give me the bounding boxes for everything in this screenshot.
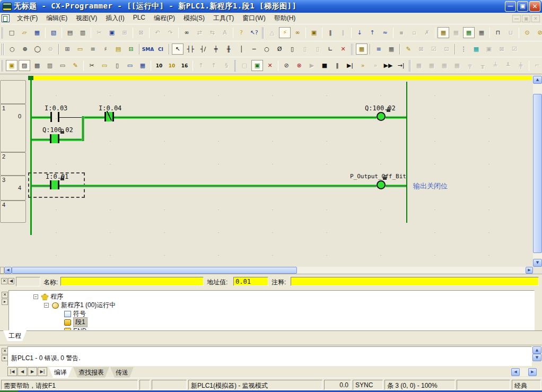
grid-button[interactable]: ⊞ [62,43,73,55]
contact-nc-button[interactable]: ┤/ [197,43,209,55]
scroll-right-button[interactable]: ▶ [526,267,533,274]
output-hscroll-track[interactable] [520,368,528,376]
section-list-button[interactable]: ▯ [111,60,123,71]
close-button[interactable]: ✕ [529,1,540,12]
scroll-left-button[interactable]: ◀ [4,267,12,274]
menu-item-view[interactable]: 视图(V) [72,12,101,24]
watch-monitor-button[interactable]: ▦ [470,43,482,55]
tab-nav-button-0[interactable]: |◀ [7,367,17,376]
close-project-panel-button[interactable]: ✕ [2,292,8,298]
contact-no-energized[interactable] [50,134,59,143]
menu-item-plc[interactable]: PLC [129,12,150,24]
tree-node-new-program-1[interactable]: −新程序1 (00)运行中 [44,301,116,309]
tab-transfer[interactable]: 传送 [110,367,134,378]
tree-node-end[interactable]: END [64,327,86,330]
differential-monitor-button[interactable]: ⊓ [492,27,504,38]
zoom-fit-button[interactable]: ○ [6,43,18,55]
tab-nav-button-3[interactable]: ▶| [38,367,47,376]
print-button[interactable]: ▤ [64,27,76,38]
toolbar-drag-handle[interactable] [2,60,4,72]
transfer-from-plc-button[interactable]: ↑ [366,27,378,38]
force-release-button[interactable]: ⊘ [534,27,542,38]
rung-margin-cell[interactable]: 10 [0,104,26,152]
output-coil-energized[interactable] [377,180,386,189]
or-contact-nc-button[interactable]: ╫ [223,43,234,55]
contact-nc-energized[interactable] [104,112,114,121]
scan-run-button[interactable]: →| [395,60,407,71]
tree-expand-toggle[interactable]: − [33,294,38,299]
select-button[interactable]: ↖ [172,43,183,55]
pane-split-handle[interactable] [0,267,4,274]
rung-margin-cell[interactable]: 2 [0,152,26,176]
auto-online-button[interactable]: ∞ [292,27,303,38]
ladder-editor[interactable]: 102344 I:0.03 I:0.04 Q:100.02 Q:100.02 I… [0,74,542,274]
rung-comment-2-button[interactable]: ▭ [99,60,110,71]
watch-window-button[interactable]: ▦ [463,27,475,38]
menu-item-program[interactable]: 编程(P) [150,12,179,24]
binary-display-button[interactable]: ▦ [137,60,148,71]
contact-no-button[interactable]: ┤├ [185,43,196,55]
data-display-button[interactable]: ▦ [386,43,397,55]
stack-button[interactable]: ≡ [373,43,384,55]
project-tree[interactable]: −程序−新程序1 (00)运行中符号段1END ▲ ▼ [8,290,535,330]
output-scroll-down-button[interactable]: ▼ [532,354,541,361]
tree-scroll-down-button[interactable]: ▼ [534,320,535,328]
horizontal-scrollbar-thumb[interactable] [12,267,297,274]
scroll-up-button[interactable]: ▲ [533,76,542,84]
local-symbols-button[interactable]: ⊟ [125,43,137,55]
zoom-in-button[interactable]: ⊕ [19,43,31,55]
toolbar-drag-handle[interactable] [351,43,354,55]
minimize-button[interactable]: — [505,1,516,12]
sim-mode-button[interactable]: ▣ [251,60,263,71]
help-button[interactable]: ? [235,27,247,38]
cross-reference-button[interactable]: ▥ [44,60,56,71]
menu-item-edit[interactable]: 编辑(E) [42,12,72,24]
tree-node-section1[interactable]: 段1 [64,318,88,326]
tab-find-report[interactable]: 查找报表 [73,367,109,378]
output-scroll-right-button[interactable]: ▶ [528,368,537,376]
step-run-button[interactable]: ▶| [344,60,356,71]
edit-comment-button[interactable]: ✎ [403,43,414,55]
vertical-scrollbar-thumb[interactable] [533,94,542,253]
tab-project[interactable]: 工程 [3,330,27,341]
signed-decimal-display-button[interactable]: 10 [166,60,178,71]
tab-compile[interactable]: 编译 [49,367,72,378]
or-contact-no-button[interactable]: ╪ [210,43,222,55]
sim-pause-button[interactable]: ‖ [331,60,343,71]
menu-item-tools[interactable]: 工具(T) [209,12,238,24]
address-list-button[interactable]: ⋮ [458,43,469,55]
pause-monitoring-button[interactable]: ‖ [325,27,336,38]
menu-item-help[interactable]: 帮助(H) [270,12,300,24]
address-value-field[interactable]: 0.01 [233,277,268,286]
pin-project-panel-button[interactable]: ▸ [2,299,8,305]
contact-no-energized[interactable] [50,180,59,189]
line-delete-button[interactable]: ✕ [337,43,349,55]
contact-no-symbol[interactable] [50,112,52,122]
tree-scroll-up-button[interactable]: ▲ [534,295,535,302]
annotation-list-button[interactable]: ≡ [87,43,99,55]
transfer-to-plc-button[interactable]: ↓ [354,27,365,38]
find-button[interactable]: ∞ [181,27,193,38]
context-help-button[interactable]: ↖? [248,27,260,38]
closed-coil-button[interactable]: Ø [274,43,285,55]
tab-nav-button-1[interactable]: ◀ [18,367,27,376]
sma-button[interactable]: SMA [142,43,154,55]
tree-expand-toggle[interactable]: − [44,303,49,308]
sim-exit-button[interactable]: ✕ [264,60,276,71]
instruction-button[interactable]: ▯ [286,43,298,55]
close-watch-bar-button[interactable]: ✕ [1,278,7,284]
menu-item-insert[interactable]: 插入(I) [101,12,128,24]
new-button[interactable]: □ [6,27,18,38]
rung-margin-cell[interactable]: 4 [0,201,26,223]
hex-display-button[interactable]: 16 [179,60,190,71]
copy-button[interactable]: ▣ [106,27,118,38]
rung-margin-cell[interactable] [0,80,26,104]
compile-results-area[interactable]: 新PLC1 - 0 错误, 0 警告. [7,346,532,366]
monitor-mode-button[interactable]: ▣ [308,27,320,38]
toolbar-drag-handle[interactable] [234,60,237,72]
work-online-simulator-button[interactable]: ⚡ [279,27,291,38]
horizontal-line-button[interactable]: ─ [248,43,260,55]
menu-item-window[interactable]: 窗口(W) [238,12,269,24]
clear-breakpoints-button[interactable]: ⊗ [293,60,305,71]
symbol-table-button[interactable]: ▤ [112,43,124,55]
